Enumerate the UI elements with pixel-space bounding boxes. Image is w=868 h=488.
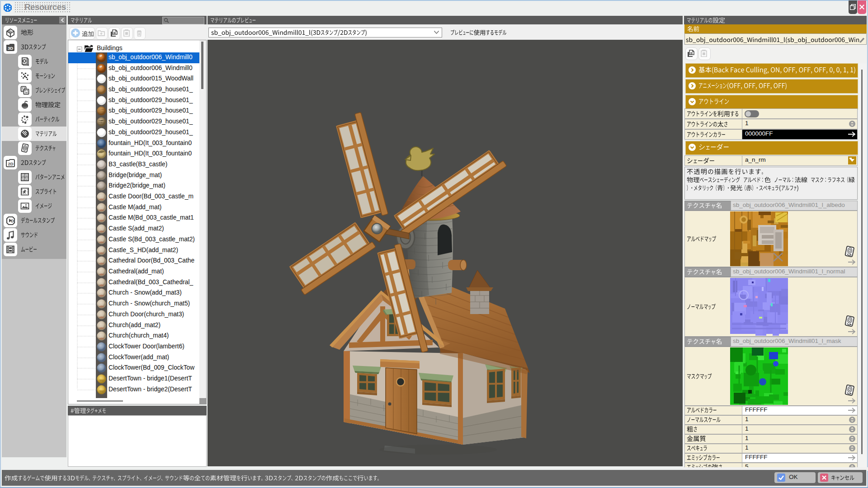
svg-text:2D: 2D bbox=[8, 161, 13, 166]
svg-text:D: D bbox=[11, 219, 14, 223]
svg-text:3D: 3D bbox=[8, 46, 13, 51]
